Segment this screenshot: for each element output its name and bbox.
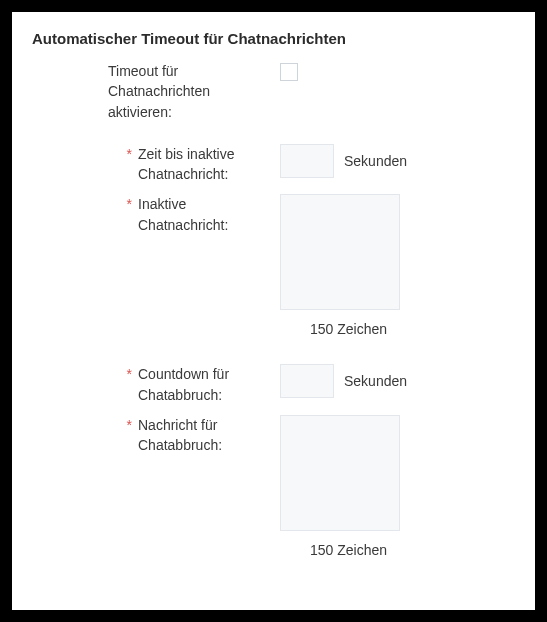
inactive-message-counter: 150 Zeichen	[310, 321, 387, 337]
abort-message-textarea[interactable]	[280, 415, 400, 531]
enable-timeout-label: Timeout für Chatnachrichten aktivieren:	[108, 61, 234, 122]
abort-message-row: * Nachricht für Chatabbruch:	[32, 415, 515, 531]
inactive-time-row: * Zeit bis inaktive Chatnachricht: Sekun…	[32, 144, 515, 185]
chat-timeout-settings-panel: Automatischer Timeout für Chatnachrichte…	[12, 12, 535, 610]
required-marker: *	[32, 144, 138, 163]
required-marker: *	[32, 415, 138, 434]
asterisk-icon: *	[127, 196, 132, 212]
inactive-message-input-col	[280, 194, 400, 310]
asterisk-icon: *	[127, 146, 132, 162]
inactive-message-textarea[interactable]	[280, 194, 400, 310]
abort-message-label: Nachricht für Chatabbruch:	[138, 415, 264, 456]
inactive-message-counter-row: 150 Zeichen	[32, 320, 515, 338]
enable-timeout-input-col	[280, 61, 298, 81]
asterisk-icon: *	[127, 417, 132, 433]
required-marker-placeholder	[32, 61, 108, 62]
required-marker: *	[32, 364, 138, 383]
countdown-row: * Countdown für Chatabbruch: Sekunden	[32, 364, 515, 405]
countdown-input-col: Sekunden	[280, 364, 407, 398]
abort-message-input-col	[280, 415, 400, 531]
section-title: Automatischer Timeout für Chatnachrichte…	[32, 30, 515, 47]
countdown-unit: Sekunden	[344, 373, 407, 389]
abort-message-counter-row: 150 Zeichen	[32, 541, 515, 559]
inactive-message-label: Inaktive Chatnachricht:	[138, 194, 264, 235]
required-marker: *	[32, 194, 138, 213]
countdown-input[interactable]	[280, 364, 334, 398]
enable-timeout-row: Timeout für Chatnachrichten aktivieren:	[32, 61, 515, 122]
asterisk-icon: *	[127, 366, 132, 382]
enable-timeout-checkbox[interactable]	[280, 63, 298, 81]
abort-message-counter: 150 Zeichen	[310, 542, 387, 558]
inactive-time-input[interactable]	[280, 144, 334, 178]
inactive-time-label: Zeit bis inaktive Chatnachricht:	[138, 144, 264, 185]
inactive-message-row: * Inaktive Chatnachricht:	[32, 194, 515, 310]
countdown-label: Countdown für Chatabbruch:	[138, 364, 264, 405]
inactive-time-input-col: Sekunden	[280, 144, 407, 178]
inactive-time-unit: Sekunden	[344, 153, 407, 169]
